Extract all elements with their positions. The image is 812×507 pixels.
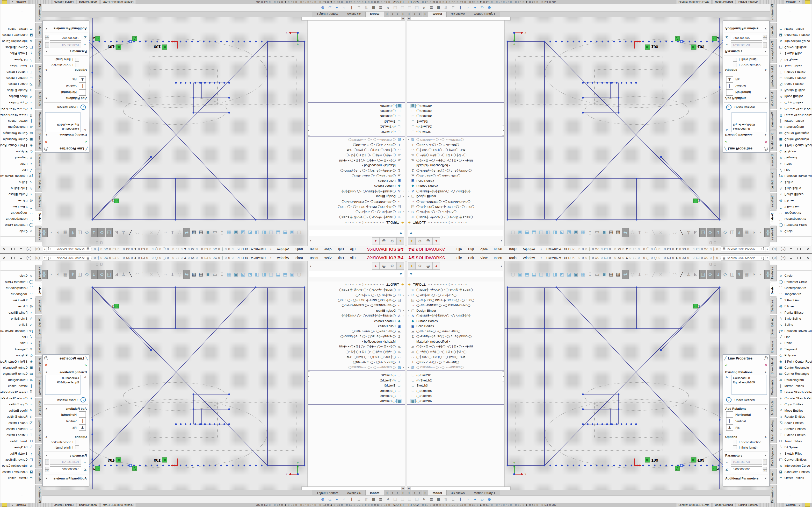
toolbar-icon[interactable]: ╱: [678, 270, 685, 279]
view-toolbar-icon[interactable]: ⚙: [319, 6, 326, 10]
commandmanager-tab[interactable]: Data Migration: [35, 444, 42, 468]
sketch-tool-item[interactable]: ∗ Circular Sketch Pattern: [0, 395, 35, 401]
tree-row[interactable]: ▱ ◯╬ИͶ⦿∘+◯ ∗⦿∥◯ ∘◯ ∥⦿∗◯ +∘⦿ИͶ: [407, 158, 504, 163]
sketch-tool-item[interactable]: ◎ Ellipse: [777, 303, 812, 309]
sketch-tool-item[interactable]: ▱ Parallelogram: [0, 377, 35, 383]
toolbar-icon[interactable]: ◩: [559, 270, 565, 279]
search-dropdown-arrow[interactable]: ▾: [43, 247, 47, 252]
toolbar-icon[interactable]: ▭: [212, 270, 218, 279]
pin-icon[interactable]: ✦: [269, 247, 272, 251]
document-tab[interactable]: 3D Views: [343, 12, 365, 17]
parameters-header[interactable]: Parameters∧: [725, 454, 767, 457]
band-icon[interactable]: ❏: [714, 263, 716, 266]
tree-row[interactable]: ∟ (-) Sketch1: [407, 129, 504, 134]
parameters-header[interactable]: Parameters∧: [45, 50, 87, 53]
toolbar-icon[interactable]: ◪: [566, 270, 572, 279]
for-construction-checkbox-row[interactable]: For construction: [733, 63, 769, 67]
pm-help-icon[interactable]: ?: [764, 356, 768, 360]
featuremanager-tab[interactable]: ♦: [408, 237, 416, 245]
tree-row[interactable]: ▱ ◯╬ ƽ∂6∘◯ ∗⦿∥◯ ∘◯ ∥⦿∗◯ ∘6∂ƽ: [308, 354, 405, 359]
menu-item[interactable]: Window: [520, 246, 538, 252]
sketch-tool-item[interactable]: ⌒ 3 Point Arc: [0, 297, 35, 303]
sketch-tool-item[interactable]: ⠿ Linear Sketch Pattern: [777, 112, 812, 118]
toolbar-icon[interactable]: ⇞: [736, 270, 743, 279]
tree-row[interactable]: ∟ (-) Sketch4: [407, 393, 504, 398]
sketch-tool-item[interactable]: ⊤ Extend Entities: [777, 69, 812, 75]
angle-spinner[interactable]: ▴▾: [45, 35, 49, 40]
sketch-tool-item[interactable]: ∿ Spline: [0, 179, 35, 185]
toolbar-icon[interactable]: ▣: [517, 270, 523, 279]
sketch-tool-item[interactable]: ◪ Silhouette Entities: [0, 32, 35, 38]
toolbar-icon[interactable]: ✕: [657, 270, 664, 279]
angle-field[interactable]: 0.00000000°: [50, 35, 81, 41]
tree-row[interactable]: ▤ ◯ƨƧ ╬ƎƐƧ◯ ИͶ⦿∘╬ ƆCƎƧƨ◯ ∘◯ ƐƎƧ◯: [308, 204, 405, 209]
tab-scroll-first[interactable]: ◀: [406, 12, 411, 17]
view-toolbar-icon[interactable]: ◕: [471, 6, 478, 10]
toolbar-icon[interactable]: ▣: [233, 270, 239, 279]
unit-system-dropdown[interactable]: Custom▴: [10, 503, 28, 507]
pm-help-icon[interactable]: ?: [44, 147, 48, 151]
tree-filter-input[interactable]: [408, 230, 503, 236]
document-tab[interactable]: 3D Views: [447, 12, 469, 17]
toolbar-icon[interactable]: ◙: [601, 270, 607, 279]
sketch-tool-item[interactable]: ≋ Intersection Curve: [0, 463, 35, 469]
tree-row[interactable]: Σ ◯ƨƧИͶ⦿∘╬Α∩ƎƐ◯ ∘◯ Ɛ∩Α╬⦿ИͶƧƨ◯: [308, 168, 405, 173]
toolbar-icon[interactable]: ⌒: [664, 270, 671, 279]
tree-row[interactable]: ▸ ▢ Design Binder: [308, 308, 405, 313]
toolbar-icon[interactable]: ▢: [510, 270, 516, 279]
band-icon[interactable]: ❏: [709, 241, 712, 244]
expander-icon[interactable]: ▸: [407, 294, 410, 296]
minimize-button[interactable]: –: [20, 256, 22, 260]
tree-row[interactable]: ☆ ◯ƨƧƎƐ╬ ∘⦿ΛΑΦ◯ ∘◯ ΦΑΛ⦿∘╬ ƐƎƧƨ◯: [308, 215, 405, 220]
toolbar-icon[interactable]: ⊾: [113, 228, 120, 237]
toolbar-icon[interactable]: ▣: [289, 270, 295, 279]
tab-scroll-prev[interactable]: ◀: [412, 12, 417, 17]
tree-row[interactable]: ☆ ◯ƨƧƎƐ╬ ∘⦿ΛΑΦ◯ ∘◯ ΦΑΛ⦿∘╬ ƐƎƧƨ◯: [308, 287, 405, 292]
toolbar-icon[interactable]: ◨: [254, 270, 260, 279]
toolbar-icon[interactable]: ⇞: [69, 228, 76, 237]
additional-parameters-header[interactable]: Additional Parameters∨: [725, 27, 767, 31]
infinite-length-checkbox-row[interactable]: Infinite length: [733, 58, 769, 62]
view-toolbar-icon[interactable]: ✎: [384, 497, 392, 502]
sketch-tool-item[interactable]: ◹ Scale Entities: [0, 419, 35, 426]
tree-row[interactable]: ◆ Surface Bodies: [407, 318, 504, 323]
search-dropdown-arrow[interactable]: ▾: [766, 256, 769, 261]
for-construction-checkbox-row[interactable]: For construction: [733, 440, 769, 444]
relation-button[interactable]: ⚓ Fix: [43, 425, 86, 431]
sketch-tool-item[interactable]: ∿ Spline: [0, 322, 35, 328]
account-icon[interactable]: ⊙: [772, 256, 777, 260]
menu-item[interactable]: Tools: [292, 246, 307, 252]
toolbar-icon[interactable]: ◩: [559, 228, 565, 237]
band-icon[interactable]: ❏: [100, 241, 103, 244]
sketch-tool-item[interactable]: ◇ Polygon: [777, 149, 812, 155]
panel-collapse-tab[interactable]: ◂: [307, 371, 310, 382]
add-relations-header[interactable]: Add Relations∧: [45, 407, 87, 410]
relation-entry[interactable]: Equal length109: [733, 380, 765, 385]
relation-button-icon[interactable]: ⚓: [726, 76, 733, 82]
tree-row[interactable]: ☁ ◯ƨƧ∘∩∗ɑʍ◯ ∘◯ ʍɑ∗∩∘ƧƨƧ◯: [308, 329, 405, 334]
sketch-tool-item[interactable]: ⊤ Extend Entities: [0, 69, 35, 75]
toolbar-icon[interactable]: ◠: [134, 228, 141, 237]
toolbar-icon[interactable]: ∙: [48, 270, 55, 279]
view-toolbar-icon[interactable]: ◕: [471, 497, 478, 501]
toolbar-icon[interactable]: ◙: [205, 228, 211, 237]
sketch-tool-item[interactable]: # Segment: [0, 346, 35, 352]
unit-system-dropdown[interactable]: Custom▴: [10, 0, 28, 4]
relation-entry[interactable]: Collinear108: [47, 376, 79, 380]
toolbar-icon[interactable]: ✕: [148, 228, 155, 237]
tree-row[interactable]: ∟ (-) Sketch4: [308, 109, 405, 114]
toolbar-icon[interactable]: ▦: [62, 270, 69, 279]
toolbar-icon[interactable]: ▦: [226, 270, 232, 279]
toolbar-icon[interactable]: ◳: [106, 270, 113, 279]
relation-button[interactable]: │ Vertical: [43, 83, 86, 89]
toolbar-icon[interactable]: ▢: [296, 270, 302, 279]
relation-button[interactable]: — Horizontal: [726, 411, 769, 418]
cancel-button[interactable]: ✕: [45, 140, 48, 144]
close-button[interactable]: ✕: [3, 256, 6, 260]
tree-row[interactable]: ∟ (-) Sketch5: [308, 388, 405, 393]
sketch-tool-item[interactable]: ◹ Scale Entities: [0, 81, 35, 87]
panel-expand-chevron[interactable]: ›: [310, 264, 311, 268]
expander-icon[interactable]: ▸: [402, 138, 405, 141]
tree-row[interactable]: ▱ ◯∘⦿╬◯ ∗⦿∥◯ ∘◯ ∥⦿∗◯ ╬⦿∘◯: [407, 153, 504, 158]
tree-row[interactable]: ☁ ◯ƨƧ∘∩∗ɑʍ◯ ∘◯ ʍɑ∗∩∘ƧƨƧ◯: [407, 173, 504, 178]
